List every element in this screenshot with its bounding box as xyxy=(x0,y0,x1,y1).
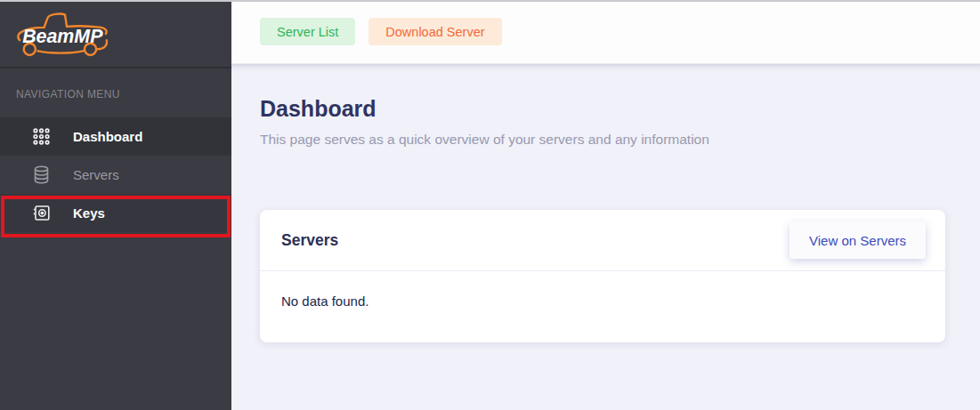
servers-card-body: No data found. xyxy=(260,271,945,331)
navigation-menu: Dashboard Servers xyxy=(0,117,231,232)
nav-section-label: NAVIGATION MENU xyxy=(0,68,231,117)
sidebar-item-dashboard[interactable]: Dashboard xyxy=(0,117,231,156)
empty-state-text: No data found. xyxy=(281,293,369,309)
sidebar: BeamMP NAVIGATION MENU Dashboard xyxy=(0,0,231,410)
sidebar-item-label: Servers xyxy=(73,167,119,182)
grid-dots-icon xyxy=(32,127,52,147)
truck-logo-icon: BeamMP xyxy=(14,9,114,59)
sidebar-item-label: Keys xyxy=(73,205,105,221)
servers-card: Servers View on Servers No data found. xyxy=(260,210,945,342)
beammp-logo-text: BeamMP xyxy=(22,26,103,47)
download-server-button[interactable]: Download Server xyxy=(369,18,501,45)
servers-card-header: Servers View on Servers xyxy=(260,210,945,271)
beammp-logo[interactable]: BeamMP xyxy=(0,0,231,68)
sidebar-item-keys[interactable]: Keys xyxy=(0,194,231,232)
main-content: Dashboard This page serves as a quick ov… xyxy=(231,64,980,410)
topbar: Server List Download Server xyxy=(231,0,980,64)
database-icon xyxy=(32,165,52,185)
sidebar-item-servers[interactable]: Servers xyxy=(0,156,231,194)
window-top-edge xyxy=(0,0,980,2)
servers-card-title: Servers xyxy=(281,231,338,250)
sidebar-item-label: Dashboard xyxy=(73,129,142,144)
server-list-button[interactable]: Server List xyxy=(260,18,355,45)
page-subtitle: This page serves as a quick overview of … xyxy=(260,132,709,148)
view-on-servers-button[interactable]: View on Servers xyxy=(790,221,926,259)
safe-icon xyxy=(32,204,52,223)
page-title: Dashboard xyxy=(260,96,377,122)
